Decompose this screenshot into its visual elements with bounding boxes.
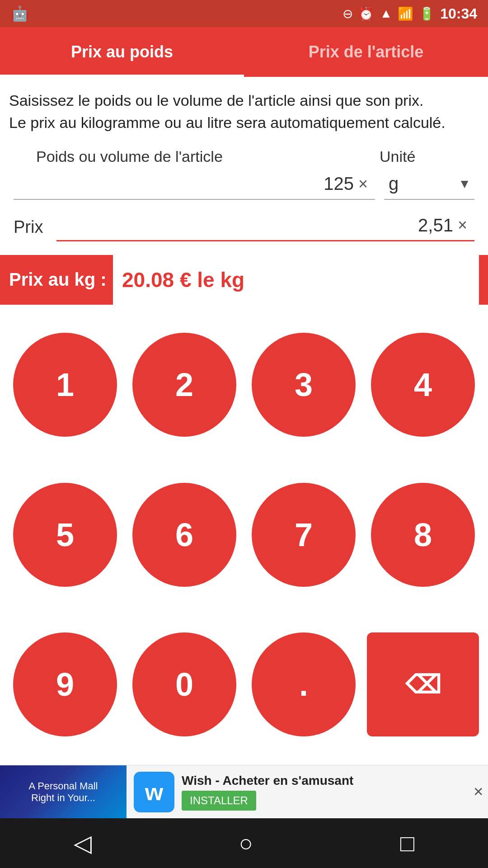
- result-label: Prix au kg :: [9, 269, 113, 290]
- price-input-container[interactable]: 2,51 ×: [56, 211, 474, 241]
- numpad-button-4[interactable]: 4: [371, 333, 475, 437]
- battery-icon: 🔋: [419, 6, 435, 21]
- bottom-navigation: ◁ ○ □: [0, 818, 488, 868]
- price-clear-button[interactable]: ×: [458, 216, 467, 235]
- numpad-button-6[interactable]: 6: [132, 483, 236, 587]
- ad-title: Wish - Acheter en s'amusant: [182, 774, 473, 788]
- status-bar: 🤖 ⊖ ⏰ ▲ 📶 🔋 10:34: [0, 0, 488, 27]
- weight-number: 125: [324, 174, 354, 194]
- ad-logo-letter: w: [145, 778, 163, 806]
- weight-input-container[interactable]: 125 ×: [14, 169, 375, 200]
- unit-dropdown-icon: ▼: [458, 177, 471, 191]
- numpad-button-8[interactable]: 8: [371, 483, 475, 587]
- numpad-button-7[interactable]: 7: [252, 483, 356, 587]
- ad-image: A Personal MallRight in Your...: [0, 765, 127, 818]
- numpad: 1 2 3 4 5 6 7 8 9 0 . ⌫: [0, 305, 488, 765]
- signal-icon: 📶: [398, 6, 413, 21]
- ad-image-text: A Personal MallRight in Your...: [24, 776, 103, 808]
- description-text: Saisissez le poids ou le volume de l'art…: [0, 77, 488, 139]
- price-label: Prix: [14, 217, 43, 241]
- android-icon: 🤖: [11, 5, 29, 22]
- weight-value: 125 ×: [324, 174, 368, 194]
- time-display: 10:34: [440, 5, 477, 22]
- minus-circle-icon: ⊖: [343, 6, 353, 21]
- ad-banner[interactable]: A Personal MallRight in Your... w Wish -…: [0, 765, 488, 818]
- weight-input-row: 125 × g ▼: [14, 169, 474, 200]
- price-number: 2,51: [418, 215, 453, 236]
- numpad-button-3[interactable]: 3: [252, 333, 356, 437]
- tab-bar: Prix au poids Prix de l'article: [0, 27, 488, 77]
- form-area: Poids ou volume de l'article Unité 125 ×…: [0, 139, 488, 246]
- wifi-icon: ▲: [380, 6, 392, 21]
- ad-install-button[interactable]: INSTALLER: [182, 791, 256, 811]
- numpad-button-2[interactable]: 2: [132, 333, 236, 437]
- result-value: 20.08 € le kg: [122, 268, 244, 292]
- numpad-button-9[interactable]: 9: [13, 632, 117, 736]
- unit-selector[interactable]: g ▼: [384, 169, 474, 200]
- ad-logo: w: [134, 772, 174, 812]
- price-row: Prix 2,51 ×: [14, 211, 474, 241]
- tab-prix-article[interactable]: Prix de l'article: [244, 27, 488, 77]
- recent-apps-button[interactable]: □: [400, 830, 414, 857]
- home-button[interactable]: ○: [239, 830, 253, 857]
- numpad-button-0[interactable]: 0: [132, 632, 236, 736]
- price-value: 2,51 ×: [418, 215, 467, 236]
- back-button[interactable]: ◁: [74, 830, 92, 857]
- numpad-button-decimal[interactable]: .: [252, 632, 356, 736]
- alarm-icon: ⏰: [358, 6, 374, 21]
- status-icons: ⊖ ⏰ ▲ 📶 🔋 10:34: [343, 5, 477, 22]
- unit-value: g: [384, 174, 399, 194]
- weight-clear-button[interactable]: ×: [358, 175, 368, 193]
- weight-label: Poids ou volume de l'article: [14, 148, 375, 165]
- ad-text-area: Wish - Acheter en s'amusant INSTALLER: [182, 774, 473, 811]
- numpad-button-5[interactable]: 5: [13, 483, 117, 587]
- unite-label: Unité: [375, 148, 474, 165]
- result-bar: Prix au kg : 20.08 € le kg: [0, 255, 488, 305]
- form-labels-row: Poids ou volume de l'article Unité: [14, 148, 474, 165]
- ad-close-button[interactable]: ✕: [473, 784, 483, 799]
- result-value-container: 20.08 € le kg: [113, 255, 479, 305]
- tab-prix-au-poids[interactable]: Prix au poids: [0, 27, 244, 77]
- backspace-icon: ⌫: [405, 670, 441, 699]
- numpad-backspace-button[interactable]: ⌫: [367, 632, 479, 736]
- numpad-button-1[interactable]: 1: [13, 333, 117, 437]
